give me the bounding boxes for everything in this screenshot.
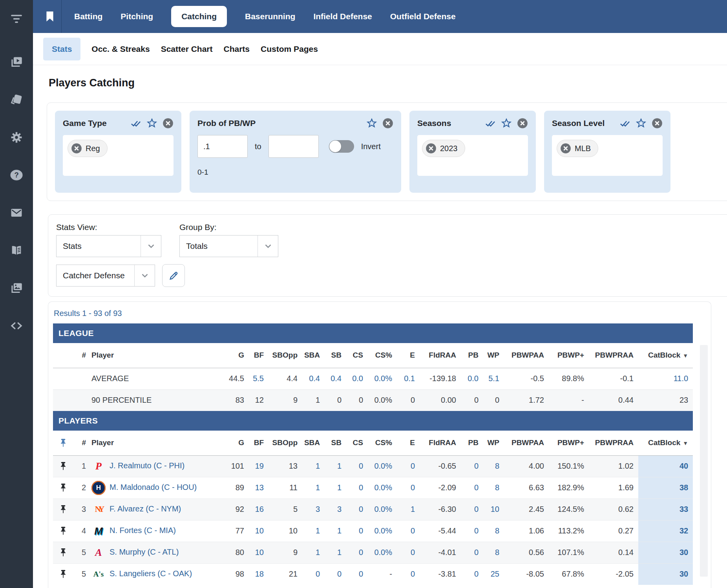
cell-cs[interactable]: 0 [346, 563, 368, 585]
cell-pb[interactable]: 0 [461, 455, 483, 477]
col-fldraa[interactable]: FldRAA [420, 431, 461, 455]
select-all-icon[interactable] [619, 118, 630, 129]
col-g[interactable]: G [225, 431, 249, 455]
tab-baserunning[interactable]: Baserunning [245, 12, 295, 21]
cell-sb[interactable]: 1 [325, 520, 346, 542]
cell-catblock[interactable]: 30 [638, 542, 693, 563]
cell-catblock[interactable]: 38 [638, 477, 693, 499]
cell-sba[interactable]: 0.4 [302, 368, 325, 389]
col-pb[interactable]: PB [461, 343, 483, 368]
cell-pb[interactable]: 0 [461, 477, 483, 499]
col-player[interactable]: Player [89, 431, 225, 455]
col-g[interactable]: G [225, 343, 249, 368]
favorite-star-icon[interactable] [501, 118, 512, 129]
stats-view-select[interactable]: Stats [56, 235, 161, 257]
tab-catching[interactable]: Catching [171, 6, 227, 27]
prob-from-input[interactable] [197, 135, 248, 158]
player-link[interactable]: S. Langeliers (C - OAK) [110, 569, 192, 578]
video-library-icon[interactable] [8, 53, 25, 71]
col-pb[interactable]: PB [461, 431, 483, 455]
code-icon[interactable] [8, 317, 25, 334]
col-pbwpaa[interactable]: PBWPAA [504, 431, 549, 455]
cell-sb[interactable]: 3 [325, 499, 346, 520]
favorite-star-icon[interactable] [146, 118, 157, 129]
cell-catblock[interactable]: 33 [638, 499, 693, 520]
cell-wp[interactable]: 10 [483, 499, 504, 520]
cell-cs[interactable]: 0 [346, 499, 368, 520]
cell-sb[interactable]: 1 [325, 477, 346, 499]
subtab-occ-streaks[interactable]: Occ. & Streaks [91, 44, 150, 54]
col-sba[interactable]: SBA [302, 431, 325, 455]
cell-catblock[interactable]: 40 [638, 455, 693, 477]
help-icon[interactable]: ? [8, 166, 25, 184]
tab-pitching[interactable]: Pitching [121, 12, 153, 21]
cell-catblock[interactable]: 32 [638, 520, 693, 542]
prob-to-input[interactable] [269, 135, 319, 158]
col-bf[interactable]: BF [249, 431, 269, 455]
cell-cs[interactable]: 0 [346, 520, 368, 542]
cell-pb[interactable]: 0.0 [461, 368, 483, 389]
tab-infield-defense[interactable]: Infield Defense [313, 12, 372, 21]
filter-values-box[interactable]: 2023 [417, 135, 528, 176]
cell-cs[interactable]: 0.0% [368, 455, 397, 477]
col-sb[interactable]: SB [325, 431, 346, 455]
player-link[interactable]: S. Murphy (C - ATL) [110, 548, 179, 556]
col-rank[interactable]: # [73, 431, 89, 455]
cell-e[interactable]: 0 [397, 563, 420, 585]
favorite-star-icon[interactable] [366, 118, 377, 129]
cell-sba[interactable]: 1 [302, 520, 325, 542]
report-select[interactable]: Catcher Defense [56, 265, 155, 287]
cell-sb[interactable]: 0 [325, 563, 346, 585]
col-catblock[interactable]: CatBlock▼ [638, 431, 693, 455]
col-pbwp[interactable]: PBWP+ [549, 431, 589, 455]
col-pbwpraa[interactable]: PBWPRAA [589, 431, 638, 455]
cell-wp[interactable]: 8 [483, 520, 504, 542]
player-link[interactable]: N. Fortes (C - MIA) [110, 526, 176, 535]
subtab-custom-pages[interactable]: Custom Pages [261, 44, 318, 54]
tab-outfield-defense[interactable]: Outfield Defense [390, 12, 456, 21]
cell-cs[interactable]: 0.0% [368, 368, 397, 389]
remove-filter-icon[interactable] [652, 118, 663, 129]
subtab-scatter-chart[interactable]: Scatter Chart [161, 44, 213, 54]
cell-sb[interactable]: 0.4 [325, 368, 346, 389]
remove-filter-icon[interactable] [382, 118, 393, 129]
cell-cs[interactable]: 0.0% [368, 542, 397, 563]
pin-column-header[interactable] [53, 431, 73, 455]
chip-remove-icon[interactable] [560, 143, 571, 154]
cell-cs[interactable]: 0 [346, 455, 368, 477]
player-link[interactable]: F. Alvarez (C - NYM) [110, 504, 181, 513]
pin-icon[interactable] [53, 542, 73, 563]
cell-sba[interactable]: 1 [302, 477, 325, 499]
col-sbopp[interactable]: SBOpp [269, 343, 302, 368]
col-sb[interactable]: SB [325, 343, 346, 368]
col-wp[interactable]: WP [483, 431, 504, 455]
settings-icon[interactable] [8, 129, 25, 146]
select-all-icon[interactable] [485, 118, 496, 129]
subtab-stats[interactable]: Stats [43, 38, 80, 60]
cell-cs[interactable]: 0.0% [368, 520, 397, 542]
cell-wp[interactable]: 5.1 [483, 368, 504, 389]
cell-sb[interactable]: 1 [325, 455, 346, 477]
group-by-select[interactable]: Totals [179, 235, 278, 257]
col-sbopp[interactable]: SBOpp [269, 431, 302, 455]
filter-values-box[interactable]: Reg [63, 135, 174, 176]
cell-bf[interactable]: 10 [249, 542, 269, 563]
cell-e[interactable]: 0 [397, 542, 420, 563]
remove-filter-icon[interactable] [163, 118, 174, 129]
col-e[interactable]: E [397, 343, 420, 368]
cell-pb[interactable]: 0 [461, 520, 483, 542]
chip-remove-icon[interactable] [71, 143, 82, 154]
flashcards-icon[interactable] [8, 91, 25, 108]
cell-catblock[interactable]: 11.0 [638, 368, 693, 389]
cell-cs[interactable]: 0.0 [346, 368, 368, 389]
col-e[interactable]: E [397, 431, 420, 455]
edit-report-button[interactable] [162, 264, 185, 287]
cell-sba[interactable]: 3 [302, 499, 325, 520]
subtab-charts[interactable]: Charts [224, 44, 250, 54]
pin-icon[interactable] [53, 499, 73, 520]
cell-catblock[interactable]: 30 [638, 563, 693, 585]
player-link[interactable]: J. Realmuto (C - PHI) [110, 461, 184, 470]
scrollbar-track[interactable] [700, 345, 708, 577]
cell-cs[interactable]: 0.0% [368, 499, 397, 520]
favorite-star-icon[interactable] [636, 118, 647, 129]
